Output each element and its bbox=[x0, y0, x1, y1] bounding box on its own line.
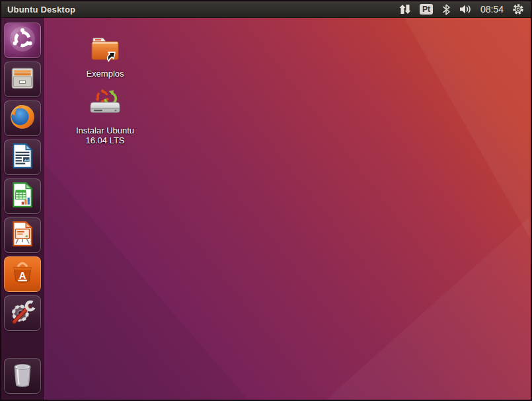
libreoffice-writer-icon bbox=[9, 142, 36, 172]
ubuntu-dash-icon bbox=[9, 25, 36, 55]
desktop-icon-label: Instalar Ubuntu 16.04 LTS bbox=[76, 126, 134, 145]
launcher-item-trash[interactable] bbox=[4, 358, 41, 394]
desktop-icon-exemplos[interactable]: Exemplos bbox=[66, 34, 144, 79]
svg-text:A: A bbox=[19, 270, 26, 281]
launcher-item-libreoffice-writer[interactable] bbox=[4, 139, 41, 175]
ubuntu-installer-drive-icon bbox=[88, 88, 122, 124]
volume-icon[interactable] bbox=[459, 4, 472, 15]
top-panel: Ubuntu Desktop Pt 08: bbox=[1, 1, 531, 18]
unity-launcher: A bbox=[1, 18, 44, 400]
launcher-item-libreoffice-calc[interactable] bbox=[4, 178, 41, 214]
installer-label-line2: 16.04 LTS bbox=[76, 135, 134, 145]
network-arrows-icon[interactable] bbox=[399, 4, 411, 15]
window-title: Ubuntu Desktop bbox=[7, 5, 75, 15]
launcher-item-ubuntu-software[interactable]: A bbox=[4, 256, 41, 292]
launcher-item-files[interactable] bbox=[4, 61, 41, 97]
launcher-item-dash[interactable] bbox=[4, 22, 41, 58]
bluetooth-icon[interactable] bbox=[441, 4, 451, 15]
clock[interactable]: 08:54 bbox=[480, 4, 504, 15]
trash-icon bbox=[9, 361, 36, 391]
indicator-area: Pt 08:54 bbox=[399, 3, 531, 15]
launcher-item-system-settings[interactable] bbox=[4, 295, 41, 331]
libreoffice-impress-icon bbox=[9, 220, 36, 250]
files-icon bbox=[9, 64, 36, 94]
session-gear-icon[interactable] bbox=[512, 3, 524, 15]
launcher-item-libreoffice-impress[interactable] bbox=[4, 217, 41, 253]
installer-label-line1: Instalar Ubuntu bbox=[76, 126, 134, 135]
system-settings-icon bbox=[9, 298, 36, 328]
folder-shortcut-icon bbox=[88, 34, 122, 67]
desktop-icon-label: Exemplos bbox=[86, 69, 124, 79]
firefox-icon bbox=[7, 102, 38, 135]
ubuntu-software-icon: A bbox=[9, 259, 36, 289]
keyboard-layout-indicator[interactable]: Pt bbox=[420, 4, 433, 15]
desktop-icon-installer[interactable]: Instalar Ubuntu 16.04 LTS bbox=[62, 88, 148, 145]
launcher-item-firefox[interactable] bbox=[4, 100, 41, 136]
libreoffice-calc-icon bbox=[9, 181, 36, 211]
desktop-area[interactable]: Exemplos bbox=[44, 18, 531, 400]
ubuntu-desktop-screen: Ubuntu Desktop Pt 08: bbox=[0, 0, 532, 401]
